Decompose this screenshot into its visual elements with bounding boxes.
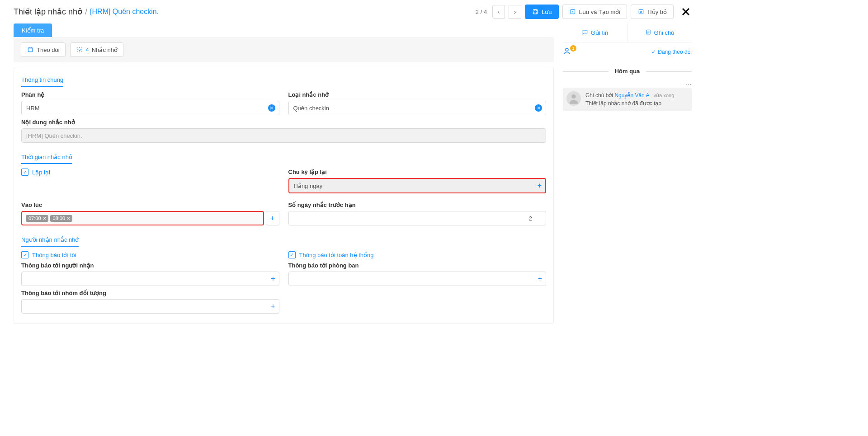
section-time-title: Thời gian nhắc nhở <box>21 151 72 164</box>
follow-button[interactable]: Theo dõi <box>21 42 66 57</box>
at-time-label: Vào lúc <box>21 202 279 208</box>
checkbox-checked-icon: ✓ <box>21 251 28 258</box>
section-general-title: Thông tin chung <box>21 74 63 87</box>
calendar-icon <box>27 46 34 53</box>
content-label: Nội dung nhắc nhở <box>21 119 546 126</box>
add-group-button[interactable]: + <box>271 302 275 310</box>
reminder-type-select[interactable]: Quên checkin ✕ <box>288 101 547 115</box>
note-icon <box>645 29 651 37</box>
check-button[interactable]: Kiểm tra <box>14 23 52 37</box>
svg-rect-1 <box>534 9 537 11</box>
cancel-button[interactable]: Hủy bỏ <box>631 5 674 19</box>
svg-rect-5 <box>28 48 32 52</box>
add-dept-button[interactable]: + <box>538 275 542 283</box>
notify-recipients-label: Thông báo tới người nhận <box>21 262 279 269</box>
log-body: Thiết lập nhắc nhở đã được tạo <box>585 99 674 108</box>
breadcrumb-subtitle[interactable]: [HRM] Quên checkin. <box>90 8 159 16</box>
pager-position: 2 / 4 <box>474 9 489 15</box>
chevron-left-icon: ‹ <box>498 8 500 15</box>
log-prefix: Ghi chú bởi <box>585 92 613 98</box>
log-time: - vừa xong <box>651 93 674 98</box>
checkbox-checked-icon: ✓ <box>288 251 296 258</box>
save-button[interactable]: Lưu <box>525 5 558 19</box>
side-tabs: Gửi tin Ghi chú <box>563 23 692 42</box>
cycle-select[interactable]: Hằng ngày + <box>288 178 547 193</box>
log-user-link[interactable]: Nguyễn Văn A <box>614 92 649 98</box>
notify-recipients-select[interactable]: + <box>21 272 279 286</box>
form-card: Thông tin chung Phân hệ HRM ✕ Loại nhắc … <box>14 67 554 324</box>
notify-me-checkbox[interactable]: ✓ Thông báo tới tôi <box>21 251 279 258</box>
content-input[interactable]: [HRM] Quên checkin. <box>21 128 546 143</box>
svg-point-6 <box>79 49 80 51</box>
clear-subsystem-button[interactable]: ✕ <box>268 104 275 112</box>
checkmark-icon: ✓ <box>651 49 656 55</box>
more-dots[interactable]: ⋯ <box>563 81 692 88</box>
days-before-label: Số ngày nhắc trước hạn <box>288 202 547 208</box>
cycle-label: Chu kỳ lặp lại <box>288 169 547 175</box>
breadcrumb-separator: / <box>85 7 87 17</box>
reminder-count-button[interactable]: 4 Nhắc nhở <box>70 42 123 57</box>
days-before-input[interactable]: 2 <box>288 211 547 225</box>
follower-avatar-badge[interactable]: 1 <box>563 47 573 57</box>
gear-icon <box>76 46 83 53</box>
add-time-button[interactable]: + <box>266 211 279 225</box>
add-cycle-button[interactable]: + <box>538 182 542 190</box>
at-time-input[interactable]: 07:00 ✕ 08:00 ✕ <box>21 211 264 225</box>
pager-prev-button[interactable]: ‹ <box>492 5 505 19</box>
notify-all-checkbox[interactable]: ✓ Thông báo tới toàn hệ thống <box>288 251 547 258</box>
notify-dept-select[interactable]: + <box>288 272 547 286</box>
notify-group-select[interactable]: + <box>21 299 279 314</box>
header-bar: Thiết lập nhắc nhở / [HRM] Quên checkin.… <box>0 0 705 23</box>
following-link[interactable]: ✓ Đang theo dõi <box>651 49 692 55</box>
time-tag-0800: 08:00 ✕ <box>50 215 73 222</box>
svg-rect-2 <box>534 12 537 14</box>
close-dialog-button[interactable] <box>680 6 692 18</box>
time-tag-0700: 07:00 ✕ <box>26 215 48 222</box>
note-tab[interactable]: Ghi chú <box>627 23 692 42</box>
date-divider: Hôm qua <box>563 68 692 75</box>
remove-time-0700-button[interactable]: ✕ <box>42 216 47 221</box>
page-title: Thiết lập nhắc nhở <box>14 7 82 17</box>
pager-next-button[interactable]: › <box>509 5 521 19</box>
follower-count-badge: 1 <box>570 45 576 52</box>
avatar <box>566 91 581 106</box>
checkbox-checked-icon: ✓ <box>21 169 28 176</box>
svg-point-8 <box>566 48 568 51</box>
notify-dept-label: Thông báo tới phòng ban <box>288 262 547 269</box>
send-message-tab[interactable]: Gửi tin <box>563 23 627 42</box>
clear-reminder-type-button[interactable]: ✕ <box>535 104 542 112</box>
save-new-icon <box>569 8 576 15</box>
log-entry: Ghi chú bởi Nguyễn Văn A - vừa xong Thiế… <box>563 88 692 111</box>
remove-time-0800-button[interactable]: ✕ <box>66 216 71 221</box>
chat-icon <box>582 29 588 37</box>
svg-point-9 <box>571 94 576 98</box>
save-icon <box>532 8 539 15</box>
subsystem-select[interactable]: HRM ✕ <box>21 101 279 115</box>
action-bar: Theo dõi 4 Nhắc nhở <box>14 37 554 62</box>
section-recipients-title: Người nhận nhắc nhở <box>21 234 79 247</box>
save-and-new-button[interactable]: Lưu và Tạo mới <box>562 5 627 19</box>
reminder-type-label: Loại nhắc nhở <box>288 91 547 98</box>
chevron-right-icon: › <box>514 8 516 15</box>
cancel-icon <box>637 8 645 15</box>
add-recipient-button[interactable]: + <box>271 275 275 283</box>
repeat-checkbox[interactable]: ✓ Lặp lại <box>21 169 279 176</box>
subsystem-label: Phân hệ <box>21 91 279 98</box>
notify-group-label: Thông báo tới nhóm đối tượng <box>21 290 279 296</box>
